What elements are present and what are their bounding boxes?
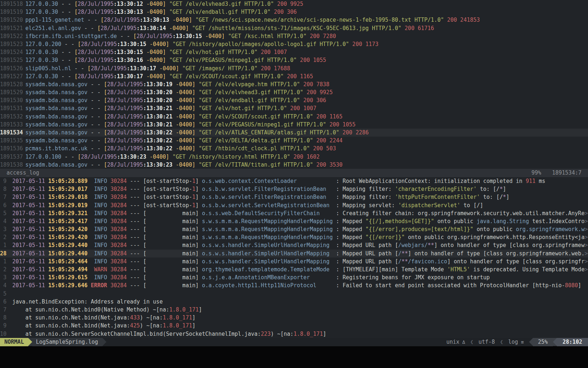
log-line[interactable]: 1891520ppp1-115.ganet.net - - [28/Jul/19… [0,16,588,24]
log-line[interactable]: 82017-05-11 15:05:29.017 INFO 30284 --- … [0,185,588,193]
current-filename: LogSampleSpring.log [32,338,102,346]
log-line[interactable]: 5 [0,290,588,298]
log-line[interactable]: 1891527127.0.0.30 - - [28/Jul/1995:13:30… [0,72,588,80]
log-line-text: 127.0.0.100 - - [28/Jul/1995:13:30:23 -0… [25,153,320,161]
log-line[interactable]: 282017-05-11 15:05:29.440 INFO 30284 ---… [0,250,588,258]
line-number: 3 [0,225,7,233]
log-line-text: 2017-05-11 15:05:29.417 INFO 30284 --- [… [12,217,588,225]
log-line-text: sysadm.bda.nasa.gov - - [28/Jul/1995:13:… [25,113,343,121]
line-number: 9 [0,177,7,185]
log-line[interactable]: 32017-05-11 15:05:29.615 INFO 30284 --- … [0,273,588,281]
line-number: 1891537 [0,153,22,161]
log-line[interactable]: 72017-05-11 15:05:29.018 INFO 30284 --- … [0,193,588,201]
log-line[interactable]: 1891523127.0.0.200 - - [28/Jul/1995:13:3… [0,40,588,48]
log-line-text: sysadm.bda.nasa.gov - - [28/Jul/1995:13:… [25,80,329,88]
log-line-text: sysadm.bda.nasa.gov - - [28/Jul/1995:13:… [25,96,326,104]
line-number: 2 [0,233,7,241]
line-number: 8 [0,185,7,193]
log-line-text: elc251.el.anl.gov - - [28/Jul/1995:13:30… [25,24,434,32]
line-number: 8 [0,314,7,322]
line-number: 5 [0,209,7,217]
log-line-text: 2017-05-11 15:05:29.440 INFO 30284 --- [… [12,241,588,249]
line-number: 4 [0,217,7,225]
line-number: 2 [0,265,7,273]
log-line[interactable]: 10 at sun.nio.ch.ServerSocketChannelImpl… [0,330,588,338]
log-line[interactable]: 1891519127.0.0.30 - - [28/Jul/1995:13:30… [0,8,588,16]
log-line[interactable]: 1891526slip005.hol.nl - - [28/Jul/1995:1… [0,64,588,72]
log-line[interactable]: 1891528sysadm.bda.nasa.gov - - [28/Jul/1… [0,80,588,88]
log-line[interactable]: 1891531sysadm.bda.nasa.gov - - [28/Jul/1… [0,104,588,112]
access-log-statusline[interactable]: access_log 99% 1891534:7 [0,169,588,177]
line-number: 1 [0,258,7,265]
log-line[interactable]: 1891533sysadm.bda.nasa.gov - - [28/Jul/1… [0,121,588,129]
log-line-text: slip005.hol.nl - - [28/Jul/1995:13:30:17… [25,64,290,72]
spring-log-window[interactable]: 92017-05-11 15:05:28.889 INFO 30284 --- … [0,177,588,338]
log-line[interactable]: 92017-05-11 15:05:28.889 INFO 30284 --- … [0,177,588,185]
line-number: 1891521 [0,24,22,32]
line-number: 1891525 [0,56,22,64]
line-number: 1891532 [0,113,22,121]
log-line[interactable]: 1891537127.0.0.100 - - [28/Jul/1995:13:3… [0,153,588,161]
log-line[interactable]: 6java.net.BindException: Address already… [0,298,588,306]
encoding-indicator: utf-8 [474,338,500,346]
log-line[interactable]: 9 at sun.nio.ch.Net.bind(Net.java:425) ~… [0,322,588,330]
log-line[interactable]: 1891536pcmas.it.bton.ac.uk - - [28/Jul/1… [0,145,588,152]
log-line[interactable]: 1891532sysadm.bda.nasa.gov - - [28/Jul/1… [0,113,588,121]
line-number: 1891528 [0,80,22,88]
log-line-text: pcmas.it.bton.ac.uk - - [28/Jul/1995:13:… [25,145,336,152]
log-line[interactable]: 1891521elc251.el.anl.gov - - [28/Jul/199… [0,24,588,32]
log-line-text: java.net.BindException: Address already … [12,298,163,306]
log-line[interactable]: 1891529sysadm.bda.nasa.gov - - [28/Jul/1… [0,88,588,96]
log-line-text: sysadm.bda.nasa.gov - - [28/Jul/1995:13:… [25,137,343,145]
log-line[interactable]: 1891522ifbcrim.ifb.uni-stuttgart.de - - … [0,32,588,40]
log-line[interactable]: 1891518127.0.0.30 - - [28/Jul/1995:13:30… [0,0,588,8]
mode-indicator: NORMAL [0,338,28,346]
chevron-left-icon: ❮ [500,338,503,346]
log-line[interactable]: 42017-05-11 15:05:29.417 INFO 30284 --- … [0,217,588,225]
fileformat-indicator: unix Δ [441,338,470,346]
line-number: 4 [0,281,7,289]
log-line-text: sysadm.bda.nasa.gov - - [28/Jul/1995:13:… [25,121,356,129]
log-line[interactable]: 22017-05-11 15:05:29.420 INFO 30284 --- … [0,233,588,241]
line-number: 5 [0,290,7,298]
active-statusline[interactable]: NORMAL LogSampleSpring.log unix Δ ❮ utf-… [0,338,588,346]
log-line[interactable]: 12017-05-11 15:05:29.440 INFO 30284 --- … [0,241,588,249]
line-number: 1891538 [0,161,22,169]
log-line[interactable]: 42017-05-11 15:05:29.646 ERROR 30284 ---… [0,281,588,289]
log-line[interactable]: 8 at sun.nio.ch.Net.bind(Net.java:433) ~… [0,314,588,322]
log-line-text: 2017-05-11 15:05:29.464 INFO 30284 --- [… [12,258,588,265]
line-number: 1891533 [0,121,22,129]
filetype-indicator: log ≡ [503,338,529,346]
statusline-right: unix Δ ❮ utf-8 ❮ log ≡ 25% 28:102 [441,338,588,346]
log-line-text: 2017-05-11 15:05:28.889 INFO 30284 --- [… [12,177,545,185]
line-number: 9 [0,322,7,330]
line-number: 1891524 [0,48,22,56]
log-line[interactable]: 52017-05-11 15:05:29.321 INFO 30284 --- … [0,209,588,217]
editor-screen: 1891518127.0.0.30 - - [28/Jul/1995:13:30… [0,0,588,368]
log-line[interactable]: 1891530sysadm.bda.nasa.gov - - [28/Jul/1… [0,96,588,104]
log-line-text: 127.0.0.200 - - [28/Jul/1995:13:30:15 -0… [25,40,378,48]
fileformat-label: unix [446,339,459,345]
log-line[interactable]: 62017-05-11 15:05:29.019 INFO 30284 --- … [0,201,588,209]
log-line[interactable]: 1891524127.0.0.30 - - [28/Jul/1995:13:30… [0,48,588,56]
scroll-percent-badge: 25% [533,338,553,346]
log-line-text: sysadm.bda.nasa.gov - - [28/Jul/1995:13:… [25,161,343,169]
log-line[interactable]: 22017-05-11 15:05:29.494 WARN 30284 --- … [0,265,588,273]
line-number: 3 [0,273,7,281]
log-line[interactable]: 1891538sysadm.bda.nasa.gov - - [28/Jul/1… [0,161,588,169]
log-line-text: 2017-05-11 15:05:29.017 INFO 30284 --- [… [12,185,506,193]
log-line-text: sysadm.bda.nasa.gov - - [28/Jul/1995:13:… [25,88,333,96]
log-line-text: 2017-05-11 15:05:29.019 INFO 30284 --- [… [12,201,483,209]
log-line-text: 2017-05-11 15:05:29.646 ERROR 30284 --- … [12,281,581,289]
log-line[interactable]: 32017-05-11 15:05:29.420 INFO 30284 --- … [0,225,588,233]
access-log-window[interactable]: 1891518127.0.0.30 - - [28/Jul/1995:13:30… [0,0,588,169]
log-line-text: at sun.nio.ch.Net.bind(Net.java:433) ~[n… [12,314,196,322]
log-line[interactable]: 12017-05-11 15:05:29.464 INFO 30284 --- … [0,258,588,265]
line-number: 28 [0,250,7,258]
log-line[interactable]: 1891535sysadm.bda.nasa.gov - - [28/Jul/1… [0,137,588,145]
log-line[interactable]: 1891534sysadm.bda.nasa.gov - - [28/Jul/1… [0,129,588,137]
log-line-text: 2017-05-11 15:05:29.440 INFO 30284 --- [… [12,250,588,258]
log-line[interactable]: 7 at sun.nio.ch.Net.bind0(Native Method)… [0,306,588,314]
log-line[interactable]: 1891525127.0.0.30 - - [28/Jul/1995:13:30… [0,56,588,64]
line-number: 1891536 [0,145,22,152]
